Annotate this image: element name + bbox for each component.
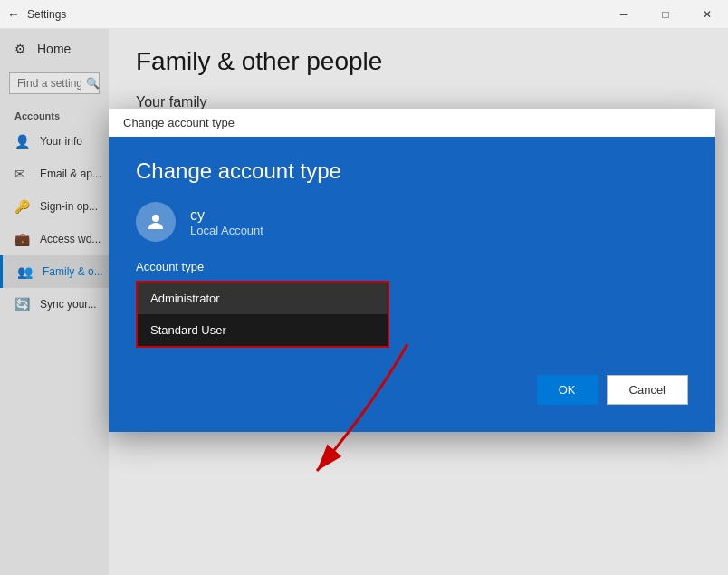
dialog-body: Change account type cy Local Account Acc… [109,137,715,432]
title-bar-title: Settings [27,8,66,21]
title-bar: ← Settings ─ □ ✕ [0,0,728,29]
account-type-label: Account type [136,260,688,273]
dialog-footer: OK Cancel [136,375,688,405]
dialog-user-name: cy [190,207,263,224]
account-type-dropdown[interactable]: Administrator Standard User [136,281,389,348]
back-icon[interactable]: ← [7,7,20,22]
title-bar-controls: ─ □ ✕ [603,0,728,29]
ok-button[interactable]: OK [537,375,598,405]
option-administrator[interactable]: Administrator [138,283,388,314]
svg-point-1 [152,215,159,222]
title-bar-left: ← Settings [7,7,66,22]
option-standard-user[interactable]: Standard User [138,314,388,346]
dialog-avatar [136,202,176,242]
maximize-button[interactable]: □ [645,0,686,29]
cancel-button[interactable]: Cancel [607,375,688,405]
dialog-titlebar: Change account type [109,109,715,137]
dialog-user-account-type: Local Account [190,224,263,237]
dialog-user-info: cy Local Account [190,207,263,237]
change-account-type-dialog: Change account type Change account type … [109,109,715,432]
dialog-heading: Change account type [136,158,688,184]
dialog-user-row: cy Local Account [136,202,688,242]
close-button[interactable]: ✕ [686,0,728,29]
minimize-button[interactable]: ─ [603,0,645,29]
dropdown-list: Administrator Standard User [136,281,389,348]
